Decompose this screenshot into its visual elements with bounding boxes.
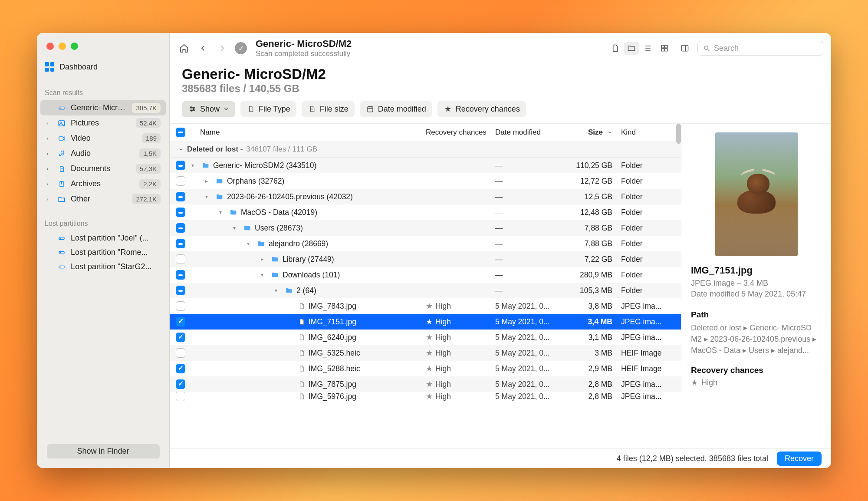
chevron-down-icon[interactable]: ▾ [247, 241, 253, 247]
sidebar-item-count: 1,5K [139, 148, 161, 158]
col-recovery[interactable]: Recovery chances [426, 128, 495, 137]
table-row[interactable]: ▾Generic- MicroSDM2 (343510)—110,25 GBFo… [170, 158, 681, 173]
row-checkbox[interactable] [176, 239, 185, 248]
maximize-button[interactable] [71, 43, 78, 50]
col-kind[interactable]: Kind [621, 128, 677, 137]
col-size[interactable]: Size [569, 128, 621, 137]
forward-button[interactable] [216, 42, 229, 55]
chevron-down-icon[interactable]: ▾ [191, 162, 197, 168]
chevron-right-icon[interactable]: ▸ [261, 256, 267, 262]
view-list-button[interactable] [640, 42, 656, 55]
chevron-down-icon[interactable]: ▾ [275, 287, 281, 293]
back-button[interactable] [197, 42, 210, 55]
table-row[interactable]: IMG_7151.jpg★High5 May 2021, 0...3,4 MBJ… [170, 314, 681, 330]
row-checkbox[interactable] [176, 379, 185, 389]
chevron-down-icon[interactable]: ▾ [261, 272, 267, 278]
sidebar-item-archive[interactable]: ›Archives2,2K [40, 176, 166, 191]
size-cell: 2,9 MB [569, 364, 621, 373]
row-checkbox[interactable] [176, 392, 185, 401]
date-cell: 5 May 2021, 0... [495, 364, 569, 373]
page-title: Generic- MicroSD/M2 [182, 66, 819, 82]
sidebar-lost-partition[interactable]: Lost partition "Rome... [40, 245, 166, 260]
folder-icon [201, 162, 210, 169]
recovery-chances-filter[interactable]: ★Recovery chances [437, 101, 526, 117]
file-icon [298, 302, 305, 310]
table-row[interactable]: IMG_6240.jpg★High5 May 2021, 0...3,1 MBJ… [170, 330, 681, 345]
minimize-button[interactable] [59, 43, 66, 50]
table-row[interactable]: IMG_7875.jpg★High5 May 2021, 0...2,8 MBJ… [170, 376, 681, 392]
close-button[interactable] [46, 43, 54, 50]
row-checkbox[interactable] [176, 208, 185, 217]
table-row[interactable]: ▸Library (27449)—7,22 GBFolder [170, 251, 681, 267]
search-box[interactable] [697, 41, 823, 56]
sidebar-item-picture[interactable]: ›Pictures52,4K [40, 115, 166, 131]
row-checkbox[interactable] [176, 301, 185, 311]
row-checkbox[interactable] [176, 254, 185, 264]
row-checkbox[interactable] [176, 176, 185, 186]
row-checkbox[interactable] [176, 333, 185, 342]
col-name[interactable]: Name [191, 128, 426, 137]
row-checkbox[interactable] [176, 192, 185, 201]
row-checkbox[interactable] [176, 270, 185, 280]
select-all-checkbox[interactable] [176, 128, 185, 137]
kind-cell: Folder [621, 255, 677, 264]
table-row[interactable]: IMG_7843.jpg★High5 May 2021, 0...3,8 MBJ… [170, 298, 681, 314]
show-filter-button[interactable]: Show [182, 101, 235, 117]
row-checkbox[interactable] [176, 317, 185, 326]
sidebar-item-video[interactable]: ›Video189 [40, 131, 166, 146]
chevron-right-icon[interactable]: ▸ [205, 178, 211, 184]
star-icon: ★ [426, 349, 433, 358]
sidebar-item-document[interactable]: ›Documents57,3K [40, 161, 166, 176]
sidebar-lost-partition[interactable]: Lost partition "Joel" (... [40, 231, 166, 245]
table-row[interactable]: ▾Downloads (101)—280,9 MBFolder [170, 267, 681, 283]
row-checkbox[interactable] [176, 161, 185, 170]
file-icon [298, 392, 305, 400]
home-button[interactable] [178, 42, 191, 55]
row-checkbox[interactable] [176, 223, 185, 233]
svg-point-18 [191, 107, 192, 108]
view-file-button[interactable] [607, 42, 623, 55]
show-in-finder-button[interactable]: Show in Finder [47, 444, 160, 458]
chevron-down-icon[interactable]: ▾ [219, 209, 225, 215]
chevron-down-icon[interactable]: ▾ [233, 225, 239, 231]
sidebar-lost-partition[interactable]: Lost partition "StarG2... [40, 260, 166, 274]
document-icon [57, 165, 66, 173]
table-row[interactable]: ▾2023-06-26-102405.previous (42032)—12,5… [170, 189, 681, 204]
table-row[interactable]: IMG_5976.jpg★High5 May 2021, 0...2,8 MBJ… [170, 392, 681, 401]
group-header[interactable]: Deleted or lost - 346107 files / 111 GB [170, 141, 681, 158]
table-row[interactable]: IMG_5288.heic★High5 May 2021, 0...2,9 MB… [170, 361, 681, 376]
chevron-down-icon[interactable]: ▾ [205, 194, 211, 200]
view-folder-button[interactable] [624, 42, 639, 55]
file-name: IMG_5288.heic [309, 364, 360, 373]
table-row[interactable]: ▸Orphans (32762)—12,72 GBFolder [170, 173, 681, 189]
file-name: Library (27449) [283, 255, 334, 264]
table-row[interactable]: ▾2 (64)—105,3 MBFolder [170, 283, 681, 298]
recover-button[interactable]: Recover [777, 452, 822, 466]
row-checkbox[interactable] [176, 364, 185, 373]
date-cell: 5 May 2021, 0... [495, 302, 569, 311]
dashboard-link[interactable]: Dashboard [37, 58, 169, 76]
file-name: IMG_5976.jpg [309, 392, 356, 401]
view-grid-button[interactable] [657, 42, 672, 55]
table-row[interactable]: ▾Users (28673)—7,88 GBFolder [170, 220, 681, 236]
file-type-filter[interactable]: File Type [240, 101, 296, 117]
sidebar-item-audio[interactable]: ›Audio1,5K [40, 146, 166, 161]
toggle-preview-button[interactable] [678, 42, 691, 55]
folder-icon [256, 240, 265, 247]
folder-icon [270, 256, 279, 263]
sidebar-item-drive[interactable]: Generic- Micro...385,7K [40, 100, 166, 115]
row-checkbox[interactable] [176, 348, 185, 358]
date-modified-filter[interactable]: Date modified [360, 101, 432, 117]
search-input[interactable] [714, 44, 818, 53]
table-row[interactable]: ▾alejandro (28669)—7,88 GBFolder [170, 236, 681, 251]
scrollbar[interactable] [676, 124, 681, 144]
file-icon [247, 105, 255, 113]
table-row[interactable]: ▾MacOS - Data (42019)—12,48 GBFolder [170, 204, 681, 220]
row-checkbox[interactable] [176, 286, 185, 295]
preview-thumbnail [715, 132, 798, 256]
sidebar-item-other[interactable]: ›Other272,1K [40, 191, 166, 207]
table-row[interactable]: IMG_5325.heic★High5 May 2021, 0...3 MBHE… [170, 345, 681, 361]
size-cell: 7,88 GB [569, 239, 621, 248]
file-size-filter[interactable]: File size [302, 101, 355, 117]
col-date[interactable]: Date modified [495, 128, 569, 137]
